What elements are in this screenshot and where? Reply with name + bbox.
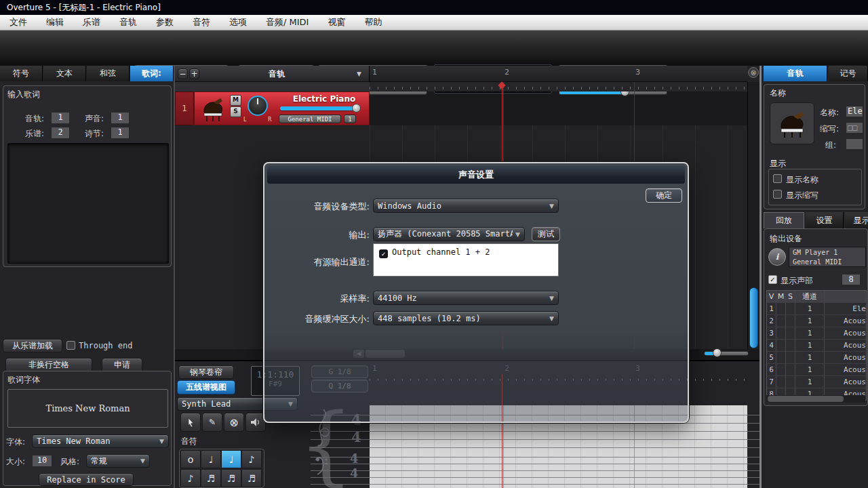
- tab-symbols[interactable]: 符号: [0, 66, 43, 81]
- tab-settings[interactable]: 设置: [806, 212, 844, 228]
- show-name-checkbox[interactable]: [773, 174, 782, 183]
- menu-track[interactable]: 音轨: [110, 15, 146, 30]
- track-field[interactable]: 1: [51, 112, 70, 124]
- menu-window[interactable]: 视窗: [318, 15, 355, 30]
- info-icon: i: [776, 252, 779, 262]
- voices-count-field[interactable]: 8: [842, 274, 861, 285]
- inspector-hscrollbar[interactable]: [766, 395, 865, 403]
- dialog-title: 声音设置: [458, 169, 494, 180]
- track-strip[interactable]: M S L R Electric Piano General MIDI 1: [194, 92, 370, 125]
- table-row[interactable]: 41Acous: [767, 339, 866, 351]
- replace-in-score-button[interactable]: Replace in Score: [39, 473, 134, 486]
- note-eighth-button[interactable]: ♪: [241, 450, 262, 468]
- track-zoom-slider[interactable]: [704, 351, 749, 356]
- time-sig-bottom: 4: [350, 466, 359, 481]
- menu-params[interactable]: 参数: [146, 15, 183, 30]
- display-options-frame: 显示名称 显示缩写: [768, 169, 862, 205]
- voice-field[interactable]: 1: [111, 112, 130, 124]
- menu-notes[interactable]: 音符: [183, 15, 220, 30]
- solo-button[interactable]: S: [230, 106, 241, 117]
- close-pane-button[interactable]: ⊗: [748, 67, 759, 78]
- note-half-button[interactable]: ♩: [201, 450, 221, 468]
- through-end-checkbox[interactable]: [66, 341, 75, 350]
- plus-icon: +: [191, 69, 197, 79]
- note-sixtyfourth-button[interactable]: ♬: [241, 469, 262, 487]
- ok-button[interactable]: 确定: [646, 188, 682, 203]
- show-voices-checkbox[interactable]: ✓: [768, 275, 777, 284]
- tab-inspector-track[interactable]: 音轨: [764, 66, 827, 81]
- abbr-field[interactable]: □□: [846, 122, 863, 134]
- inspector-hscroll-thumb[interactable]: [768, 396, 844, 402]
- device-info-button[interactable]: i: [768, 248, 786, 266]
- output-device-title: 输出设备: [770, 233, 802, 245]
- name-field[interactable]: Ele: [846, 106, 863, 117]
- style-dropdown[interactable]: 常规 ▼: [86, 454, 150, 468]
- staff-view-tab[interactable]: 五线谱视图: [177, 380, 235, 394]
- voice-count-button[interactable]: 1: [344, 115, 356, 123]
- output-device-box[interactable]: GM Player 1 General MIDI: [789, 247, 866, 267]
- tab-inspector-markers[interactable]: 记号: [829, 66, 868, 81]
- group-field[interactable]: [846, 138, 863, 150]
- menu-audio-midi[interactable]: 音频/ MIDI: [256, 15, 318, 30]
- table-row[interactable]: 51Acous: [767, 351, 866, 363]
- output-dropdown[interactable]: 扬声器 (Conexant 20585 SmartAudio HD) ▼: [373, 227, 525, 241]
- sample-rate-dropdown[interactable]: 44100 Hz ▼: [373, 291, 559, 305]
- verse-field[interactable]: 1: [111, 127, 130, 139]
- table-row[interactable]: 31Acous: [767, 327, 866, 339]
- chevron-down-icon[interactable]: ▼: [357, 70, 361, 77]
- menu-help[interactable]: 帮助: [355, 15, 391, 30]
- pan-knob[interactable]: [248, 96, 268, 116]
- dialog-title-bar[interactable]: 声音设置: [267, 166, 685, 184]
- tab-lyrics[interactable]: 歌词:: [130, 66, 174, 81]
- collapse-tracks-button[interactable]: −: [178, 68, 188, 79]
- note-whole-button[interactable]: o: [180, 450, 201, 468]
- table-row[interactable]: 71Acous: [767, 375, 866, 388]
- name-section: 名称 名称: Ele 缩写: □□ 组: 显示 显示名称 显示缩写: [764, 84, 865, 209]
- vscroll-thumb[interactable]: [749, 287, 758, 348]
- note-quarter-button[interactable]: ♩: [221, 450, 241, 468]
- apply-button[interactable]: 申请: [102, 358, 142, 372]
- piano-roll-tab[interactable]: 钢琴卷帘: [178, 365, 234, 379]
- staff-pencil-tool[interactable]: ✎: [202, 413, 222, 432]
- channel-checkbox[interactable]: ✓: [379, 249, 388, 258]
- mute-button[interactable]: M: [230, 95, 241, 106]
- grand-piano-icon: [776, 108, 808, 138]
- font-dropdown[interactable]: Times New Roman ▼: [32, 434, 169, 448]
- track-vscrollbar[interactable]: [747, 82, 760, 349]
- note-eighth2-button[interactable]: ♪: [180, 469, 201, 487]
- nbsp-button[interactable]: 非换行空格: [5, 358, 92, 372]
- tab-text[interactable]: 文本: [43, 66, 86, 81]
- time-sig-bottom: 4: [351, 428, 361, 445]
- test-button[interactable]: 测试: [532, 227, 560, 241]
- volume-slider[interactable]: [280, 106, 356, 110]
- table-row[interactable]: 11Ele: [767, 302, 866, 314]
- expand-tracks-button[interactable]: +: [189, 68, 199, 79]
- tab-chords[interactable]: 和弦: [87, 66, 130, 81]
- tab-playback[interactable]: 回放: [764, 212, 804, 228]
- show-abbr-checkbox[interactable]: [773, 190, 782, 199]
- menu-edit[interactable]: 编辑: [37, 15, 73, 30]
- track-header-spacer: [175, 82, 370, 92]
- staff-erase-tool[interactable]: ⊗: [224, 413, 244, 432]
- score-field[interactable]: 2: [51, 127, 70, 139]
- lyrics-textarea[interactable]: [7, 143, 169, 264]
- channel-item[interactable]: ✓Output channel 1 + 2: [374, 244, 558, 262]
- note-sixteenth-button[interactable]: ♬: [201, 469, 221, 487]
- device-type-dropdown[interactable]: Windows Audio ▼: [373, 199, 559, 213]
- buffer-size-dropdown[interactable]: 448 samples (10.2 ms) ▼: [373, 311, 559, 325]
- menu-options[interactable]: 选项: [220, 15, 256, 30]
- volume-slider-thumb[interactable]: [352, 104, 361, 113]
- note-thirtysecond-button[interactable]: ♬: [221, 469, 241, 487]
- size-field[interactable]: 10: [32, 455, 52, 467]
- timeline-ruler[interactable]: 1 2 3: [370, 66, 747, 82]
- tab-display[interactable]: 显示: [845, 212, 868, 228]
- channels-label: 有源输出通道:: [264, 256, 370, 268]
- table-row[interactable]: 21Acous: [767, 314, 866, 327]
- load-from-score-button[interactable]: 从乐谱加载: [3, 339, 62, 352]
- staff-select-tool[interactable]: [180, 413, 201, 432]
- menu-file[interactable]: 文件: [0, 15, 37, 30]
- menu-score[interactable]: 乐谱: [73, 15, 110, 30]
- device-button[interactable]: General MIDI: [279, 115, 341, 123]
- table-row[interactable]: 61Acous: [767, 363, 866, 375]
- channels-listbox[interactable]: ✓Output channel 1 + 2: [373, 243, 559, 277]
